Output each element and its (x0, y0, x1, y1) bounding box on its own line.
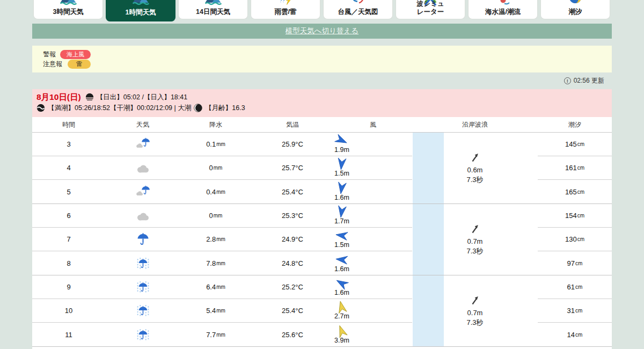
3h-weather-icon (60, 0, 77, 8)
table-header-row: 時間天気降水気温風沿岸波浪潮汐 (32, 117, 612, 133)
wave-direction-arrow-icon (470, 295, 480, 309)
wind-speed: 1.6m (334, 289, 349, 297)
tab-sea-temp-current[interactable]: 海水温/潮流 (468, 0, 538, 19)
column-header-6: 潮汐 (538, 120, 612, 129)
forecast-table: 時間天気降水気温風沿岸波浪潮汐 3 0.1mm 25.9°C 1.9m 4 (32, 117, 612, 349)
14d-weather-icon (204, 0, 222, 8)
wind-direction-arrow-icon (336, 206, 347, 218)
tab-label: 雨雲/雷 (251, 8, 320, 16)
alerts-box: 警報 海上風 注意報 雷 (32, 46, 612, 72)
tab-14d-weather[interactable]: 14日間天気 (178, 0, 248, 19)
warning-label: 警報 (43, 50, 56, 59)
precip-cell: 6.4mm (180, 283, 251, 291)
weather-heavy-rain-icon (105, 280, 180, 294)
wave-period: 7.3秒 (466, 175, 483, 185)
wind-speed: 3.9m (334, 337, 349, 345)
tab-typhoon-chart[interactable]: 台風／天気図 (323, 0, 393, 19)
layout-switch-bar: 横型天気へ切り替える (32, 24, 612, 39)
tide-cell: 161cm (538, 156, 612, 180)
tide-cell: 97cm (538, 251, 612, 275)
precip-cell: 0.4mm (180, 188, 251, 196)
tide-cell: 145cm (538, 133, 612, 156)
moon-phase-icon (194, 104, 202, 112)
precip-cell: 0.1mm (180, 140, 251, 148)
wave-period: 7.3秒 (466, 318, 483, 328)
row-group: 6 0mm 25.3°C 1.7m 7 2.8mm 24.9°C (32, 203, 612, 275)
sunrise-icon (85, 93, 94, 101)
hour-cell: 6 (32, 212, 105, 220)
tab-label: 1時間天気 (106, 9, 175, 16)
warning-row: 警報 海上風 (43, 49, 612, 59)
wind-cell: 1.6m (334, 253, 412, 273)
temp-cell: 25.3°C (251, 212, 334, 220)
precip-cell: 2.8mm (180, 235, 251, 243)
tide-times-text: 【満潮】05:26/18:52【干潮】00:02/12:09 | 大潮 (48, 104, 191, 113)
info-icon: ! (564, 77, 571, 84)
wave-height: 0.7m (467, 237, 483, 246)
hour-row-9: 9 6.4mm 25.2°C 1.6m (32, 275, 412, 299)
wave-period: 7.3秒 (466, 246, 483, 256)
hour-cell: 9 (32, 283, 105, 291)
temp-cell: 25.9°C (251, 140, 334, 148)
weather-heavy-rain-icon (105, 304, 180, 317)
wind-direction-arrow-icon (336, 301, 347, 313)
advisory-row: 注意報 雷 (43, 59, 612, 69)
precip-cell: 7.7mm (180, 331, 251, 339)
wind-cell: 2.7m (334, 301, 412, 321)
weather-heavy-rain-icon (105, 328, 180, 341)
1h-weather-icon (132, 0, 149, 8)
temp-cell: 24.9°C (251, 235, 334, 243)
wind-cell: 1.9m (334, 134, 412, 154)
precip-cell: 5.4mm (180, 307, 251, 315)
tide-cell: 165cm (538, 180, 612, 203)
precip-cell: 0mm (180, 164, 251, 172)
wind-speed: 1.7m (334, 218, 349, 226)
temp-cell: 24.8°C (251, 259, 334, 267)
tab-wave-simulator[interactable]: 波シミュレーター (396, 0, 465, 19)
switch-to-horizontal-link[interactable]: 横型天気へ切り替える (286, 26, 358, 36)
wind-direction-arrow-icon (336, 253, 347, 266)
wind-direction-arrow-icon (336, 134, 347, 147)
next-row-stub (32, 346, 612, 349)
tide-cell: 61cm (538, 275, 612, 299)
hour-row-6: 6 0mm 25.3°C 1.7m (32, 204, 412, 228)
table-body: 3 0.1mm 25.9°C 1.9m 4 0mm 25.7°C (32, 133, 612, 349)
weather-rain-icon (105, 232, 180, 246)
wind-speed: 1.9m (334, 147, 349, 154)
tab-label: 14日間天気 (179, 8, 247, 16)
hour-row-3: 3 0.1mm 25.9°C 1.9m (32, 133, 412, 156)
tab-rain-cloud-radar[interactable]: 雨雲/雷 (251, 0, 320, 19)
tab-label: 台風／天気図 (324, 8, 392, 16)
tab-label: 波シミュレーター (396, 0, 465, 16)
tide-icon (567, 0, 584, 8)
advisory-badge[interactable]: 雷 (68, 60, 91, 69)
tab-tide[interactable]: 潮汐 (540, 0, 610, 19)
wind-speed: 2.7m (334, 313, 349, 321)
wave-group-cell: 0.7m 7.3秒 (412, 204, 538, 275)
tide-cell: 154cm (538, 204, 612, 228)
hour-row-8: 8 7.8mm 24.8°C 1.6m (32, 251, 412, 275)
hour-cell: 5 (32, 188, 105, 196)
date-header-line1: 8月10日(日) 【日出】05:02 /【日入】18:41 (36, 92, 612, 103)
wind-direction-arrow-icon (336, 277, 347, 289)
wind-cell: 1.5m (334, 229, 412, 249)
tab-1h-weather[interactable]: 1時間天気 (106, 0, 175, 21)
column-header-1: 天気 (105, 120, 180, 129)
wave-group-cell: 0.7m 7.3秒 (412, 275, 538, 346)
wind-cell: 3.9m (334, 325, 412, 345)
wave-direction-arrow-icon (470, 152, 480, 166)
tab-3h-weather[interactable]: 3時間天気 (33, 0, 103, 19)
warning-badge[interactable]: 海上風 (60, 50, 91, 59)
advisory-label: 注意報 (43, 60, 62, 69)
wind-speed: 1.6m (334, 194, 349, 202)
hour-row-11: 11 7.7mm 25.6°C 3.9m (32, 323, 412, 346)
wind-direction-arrow-icon (336, 325, 347, 337)
temp-cell: 25.7°C (251, 164, 334, 172)
wind-direction-arrow-icon (336, 182, 347, 194)
wind-speed: 1.5m (334, 242, 349, 249)
hour-cell: 10 (32, 307, 105, 315)
tide-cell: 14cm (538, 323, 612, 346)
wave-direction-arrow-icon (470, 223, 480, 237)
tide-wave-icon (36, 104, 45, 112)
tab-label: 海水温/潮流 (469, 8, 537, 16)
